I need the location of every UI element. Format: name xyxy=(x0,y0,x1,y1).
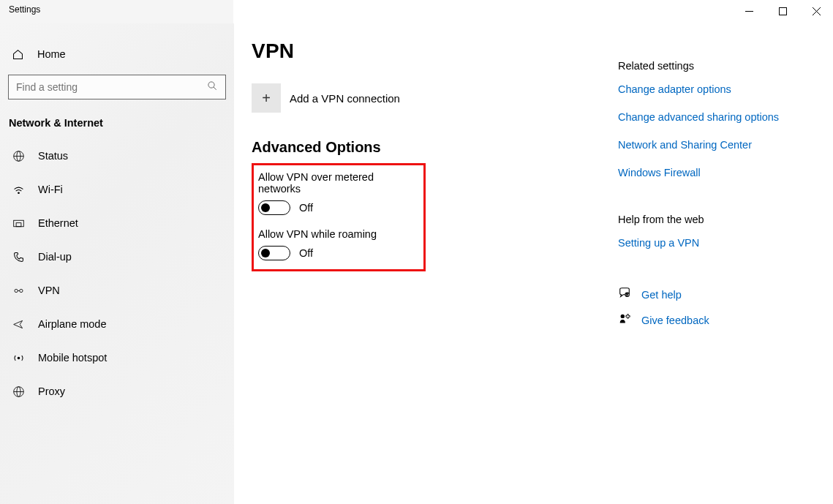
svg-rect-11 xyxy=(16,222,21,226)
home-icon xyxy=(12,48,24,61)
related-settings-header: Related settings xyxy=(618,60,815,72)
svg-point-4 xyxy=(208,82,214,88)
close-button[interactable] xyxy=(799,0,833,22)
search-icon xyxy=(207,80,218,94)
link-adapter-options[interactable]: Change adapter options xyxy=(618,83,815,95)
hotspot-icon xyxy=(12,352,25,364)
minimize-button[interactable] xyxy=(732,0,766,22)
toggle-state-metered: Off xyxy=(299,202,313,214)
setting-label-roaming: Allow VPN while roaming xyxy=(258,228,415,240)
toggle-state-roaming: Off xyxy=(299,247,313,259)
window-title: Settings xyxy=(9,4,40,15)
maximize-button[interactable] xyxy=(766,0,799,22)
airplane-icon xyxy=(12,318,25,331)
sidebar-item-label: VPN xyxy=(38,285,60,296)
sidebar-item-label: Wi-Fi xyxy=(38,184,63,195)
sidebar: Home Network & Internet Status Wi-Fi Eth… xyxy=(0,23,234,504)
sidebar-item-label: Status xyxy=(38,150,68,162)
link-give-feedback[interactable]: Give feedback xyxy=(641,315,709,326)
svg-line-5 xyxy=(214,87,216,90)
main-content: VPN + Add a VPN connection Advanced Opti… xyxy=(234,23,833,504)
globe-icon xyxy=(12,150,25,162)
sidebar-item-ethernet[interactable]: Ethernet xyxy=(0,206,234,240)
sidebar-item-status[interactable]: Status xyxy=(0,139,234,173)
setting-label-metered: Allow VPN over metered networks xyxy=(258,171,415,195)
link-setup-vpn[interactable]: Setting up a VPN xyxy=(618,237,815,249)
sidebar-item-label: Dial-up xyxy=(38,251,72,263)
link-firewall[interactable]: Windows Firewall xyxy=(618,167,815,178)
feedback-icon xyxy=(618,312,631,328)
toggle-metered[interactable] xyxy=(258,200,290,215)
sidebar-item-label: Proxy xyxy=(38,385,65,397)
advanced-options-header: Advanced Options xyxy=(252,139,608,156)
title-bar: Settings xyxy=(0,0,833,23)
svg-point-9 xyxy=(18,192,19,193)
page-title: VPN xyxy=(252,40,608,63)
proxy-icon xyxy=(12,385,25,398)
help-from-web-header: Help from the web xyxy=(618,214,815,225)
sidebar-item-label: Airplane mode xyxy=(38,318,107,330)
phone-icon xyxy=(12,251,25,263)
svg-point-21 xyxy=(621,315,625,318)
svg-point-13 xyxy=(19,289,22,292)
svg-point-12 xyxy=(14,289,17,292)
vpn-icon xyxy=(12,285,25,297)
plus-icon: + xyxy=(252,83,281,113)
sidebar-item-hotspot[interactable]: Mobile hotspot xyxy=(0,341,234,375)
sidebar-item-label: Ethernet xyxy=(38,217,78,229)
highlighted-settings: Allow VPN over metered networks Off Allo… xyxy=(252,163,426,271)
home-label: Home xyxy=(37,48,66,60)
add-vpn-button[interactable]: + Add a VPN connection xyxy=(252,83,608,113)
sidebar-item-vpn[interactable]: VPN xyxy=(0,274,234,307)
search-input[interactable] xyxy=(16,81,207,93)
add-vpn-label: Add a VPN connection xyxy=(290,92,400,105)
link-get-help[interactable]: Get help xyxy=(641,289,682,301)
home-nav[interactable]: Home xyxy=(0,40,234,69)
sidebar-item-label: Mobile hotspot xyxy=(38,352,107,364)
svg-point-15 xyxy=(18,357,20,359)
link-network-center[interactable]: Network and Sharing Center xyxy=(618,139,815,151)
sidebar-item-dialup[interactable]: Dial-up xyxy=(0,240,234,274)
svg-rect-10 xyxy=(13,220,23,227)
sidebar-section-header: Network & Internet xyxy=(0,113,234,139)
right-column: Related settings Change adapter options … xyxy=(618,40,815,504)
link-sharing-options[interactable]: Change advanced sharing options xyxy=(618,111,815,123)
wifi-icon xyxy=(12,184,25,196)
sidebar-item-proxy[interactable]: Proxy xyxy=(0,375,234,408)
window-controls xyxy=(732,0,833,22)
toggle-roaming[interactable] xyxy=(258,246,290,260)
help-icon: ? xyxy=(618,287,631,302)
search-box[interactable] xyxy=(8,75,226,99)
sidebar-item-airplane[interactable]: Airplane mode xyxy=(0,307,234,341)
sidebar-item-wifi[interactable]: Wi-Fi xyxy=(0,173,234,206)
ethernet-icon xyxy=(12,217,25,230)
svg-rect-1 xyxy=(779,7,786,15)
